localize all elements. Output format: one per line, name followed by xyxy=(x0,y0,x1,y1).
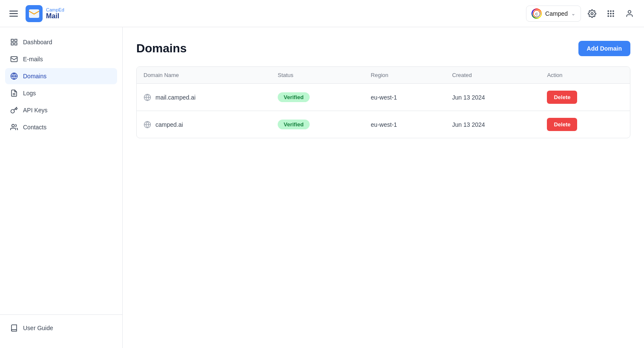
status-badge-2: Verified xyxy=(278,120,310,129)
svg-rect-16 xyxy=(11,43,13,45)
svg-rect-5 xyxy=(610,10,611,11)
action-cell-2: Delete xyxy=(540,111,630,138)
globe-row-icon-1 xyxy=(144,94,151,101)
table-header: Domain Name Status Region Created Action xyxy=(137,67,630,84)
col-domain-name: Domain Name xyxy=(137,67,271,84)
add-domain-button[interactable]: Add Domain xyxy=(578,41,630,56)
sidebar-bottom: User Guide xyxy=(0,314,122,341)
app-header: CampEd Mail C Cam xyxy=(0,0,644,27)
col-region: Region xyxy=(364,67,446,84)
col-status: Status xyxy=(271,67,364,84)
grid-icon xyxy=(607,9,615,18)
col-action: Action xyxy=(540,67,630,84)
page-title: Domains xyxy=(136,42,187,55)
svg-rect-18 xyxy=(11,57,17,62)
sidebar-item-api-keys[interactable]: API Keys xyxy=(5,102,117,118)
sidebar-item-user-guide-label: User Guide xyxy=(23,325,53,331)
account-avatar: C xyxy=(532,9,542,19)
file-icon xyxy=(10,89,18,97)
users-icon xyxy=(10,123,18,131)
chevron-down-icon: ⌄ xyxy=(571,11,575,17)
globe-icon xyxy=(10,72,18,80)
table-row: camped.ai Verified eu-west-1 Jun 13 2024… xyxy=(137,111,630,138)
key-icon xyxy=(10,106,18,114)
svg-rect-17 xyxy=(15,43,17,45)
svg-rect-6 xyxy=(612,10,614,11)
svg-rect-8 xyxy=(610,13,611,14)
header-left: CampEd Mail xyxy=(7,5,64,22)
logo-area: CampEd Mail xyxy=(26,5,64,22)
svg-rect-15 xyxy=(15,39,17,41)
delete-button-1[interactable]: Delete xyxy=(547,91,577,104)
svg-point-3 xyxy=(591,12,593,14)
domain-cell-1: mail.camped.ai xyxy=(137,84,271,111)
mail-icon xyxy=(10,55,18,63)
sidebar-item-user-guide[interactable]: User Guide xyxy=(5,320,117,336)
account-selector[interactable]: C Camped ⌄ xyxy=(526,6,581,22)
created-cell-2: Jun 13 2024 xyxy=(446,111,540,138)
status-cell-2: Verified xyxy=(271,111,364,138)
main-layout: Dashboard E-mails Domains Logs xyxy=(0,27,644,348)
logo-icon xyxy=(26,5,43,22)
table-body: mail.camped.ai Verified eu-west-1 Jun 13… xyxy=(137,84,630,138)
region-cell-2: eu-west-1 xyxy=(364,111,446,138)
mail-logo-icon xyxy=(29,9,39,18)
account-name-label: Camped xyxy=(545,10,568,17)
status-badge-1: Verified xyxy=(278,92,310,102)
gear-icon xyxy=(588,9,596,18)
logo-text: CampEd Mail xyxy=(46,7,64,20)
sidebar-item-contacts-label: Contacts xyxy=(23,124,46,131)
domain-cell-inner-1: mail.camped.ai xyxy=(144,94,264,101)
svg-point-22 xyxy=(12,124,14,127)
user-icon xyxy=(625,9,634,18)
domain-name-2: camped.ai xyxy=(155,121,183,128)
svg-rect-10 xyxy=(608,15,609,17)
table-header-row: Domain Name Status Region Created Action xyxy=(137,67,630,84)
hamburger-button[interactable] xyxy=(7,8,20,19)
sidebar-nav: Dashboard E-mails Domains Logs xyxy=(0,34,122,314)
table-row: mail.camped.ai Verified eu-west-1 Jun 13… xyxy=(137,84,630,111)
account-logo-icon: C xyxy=(533,10,540,17)
svg-rect-14 xyxy=(11,39,13,41)
logo-mail-text: Mail xyxy=(46,12,64,20)
domain-cell-inner-2: camped.ai xyxy=(144,121,264,128)
sidebar-item-domains[interactable]: Domains xyxy=(5,68,117,84)
sidebar-item-emails[interactable]: E-mails xyxy=(5,51,117,67)
settings-button[interactable] xyxy=(584,6,600,21)
book-icon xyxy=(10,324,18,332)
sidebar-item-dashboard[interactable]: Dashboard xyxy=(5,34,117,50)
delete-button-2[interactable]: Delete xyxy=(547,118,577,131)
region-cell-1: eu-west-1 xyxy=(364,84,446,111)
sidebar-item-logs[interactable]: Logs xyxy=(5,85,117,101)
domain-cell-2: camped.ai xyxy=(137,111,271,138)
svg-rect-11 xyxy=(610,15,611,17)
svg-rect-4 xyxy=(608,10,609,11)
sidebar-item-api-keys-label: API Keys xyxy=(23,107,48,114)
profile-button[interactable] xyxy=(622,6,637,21)
col-created: Created xyxy=(446,67,540,84)
created-cell-1: Jun 13 2024 xyxy=(446,84,540,111)
svg-rect-7 xyxy=(608,13,609,14)
sidebar-item-emails-label: E-mails xyxy=(23,56,43,63)
header-right: C Camped ⌄ xyxy=(526,6,637,22)
status-cell-1: Verified xyxy=(271,84,364,111)
logo-camped-text: CampEd xyxy=(46,7,64,12)
main-content: Domains Add Domain Domain Name Status Re… xyxy=(123,27,644,348)
svg-rect-12 xyxy=(612,15,614,17)
domains-table-container: Domain Name Status Region Created Action xyxy=(136,66,630,138)
svg-point-13 xyxy=(628,10,631,13)
svg-text:C: C xyxy=(535,12,538,16)
domains-table: Domain Name Status Region Created Action xyxy=(137,67,630,138)
apps-button[interactable] xyxy=(603,6,618,21)
sidebar-item-domains-label: Domains xyxy=(23,73,46,80)
page-header: Domains Add Domain xyxy=(136,41,630,56)
dashboard-icon xyxy=(10,38,18,46)
svg-rect-9 xyxy=(612,13,614,14)
sidebar-item-dashboard-label: Dashboard xyxy=(23,39,52,46)
globe-row-icon-2 xyxy=(144,121,151,128)
sidebar-item-contacts[interactable]: Contacts xyxy=(5,119,117,135)
sidebar-item-logs-label: Logs xyxy=(23,90,36,97)
action-cell-1: Delete xyxy=(540,84,630,111)
domain-name-1: mail.camped.ai xyxy=(155,94,196,101)
sidebar: Dashboard E-mails Domains Logs xyxy=(0,27,123,348)
